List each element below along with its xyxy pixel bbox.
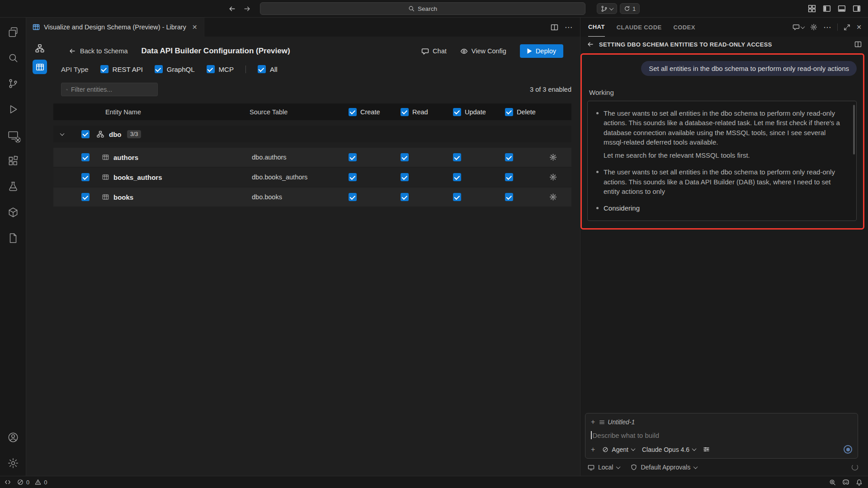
toggle-primary-sidebar-icon[interactable] bbox=[823, 5, 831, 13]
more-actions-icon[interactable]: ⋯ bbox=[823, 23, 831, 32]
database-projects-icon[interactable] bbox=[0, 199, 26, 225]
checkbox-graphql[interactable] bbox=[155, 65, 163, 73]
checkbox-row-select[interactable] bbox=[81, 173, 90, 181]
more-actions-icon[interactable]: ⋯ bbox=[565, 23, 573, 32]
accounts-icon[interactable] bbox=[0, 424, 26, 450]
open-session-in-editor-icon[interactable] bbox=[854, 41, 862, 48]
settings-gear-icon[interactable] bbox=[0, 450, 26, 476]
notifications-bell-icon[interactable] bbox=[856, 479, 863, 486]
deploy-button[interactable]: Deploy bbox=[520, 44, 563, 58]
thinking-item: The user wants to set all entities in th… bbox=[595, 167, 846, 196]
checkbox-delete[interactable] bbox=[505, 153, 513, 161]
tab-chat[interactable]: CHAT bbox=[588, 18, 605, 37]
filter-row: 3 of 3 enabled bbox=[53, 83, 571, 96]
model-selector[interactable]: Claude Opus 4.6 bbox=[642, 446, 696, 453]
option-mcp[interactable]: MCP bbox=[207, 65, 234, 73]
checkbox-row-select[interactable] bbox=[81, 193, 90, 201]
table-row: books_authors dbo.books_authors bbox=[53, 168, 571, 187]
remote-explorer-icon[interactable] bbox=[0, 122, 26, 148]
checkbox-dbo-group[interactable] bbox=[81, 130, 90, 138]
checkbox-delete[interactable] bbox=[505, 193, 513, 201]
maximize-panel-icon[interactable] bbox=[844, 24, 850, 31]
close-panel-icon[interactable]: ✕ bbox=[856, 23, 862, 31]
collapse-chevron-icon[interactable] bbox=[61, 132, 64, 136]
search-view-icon[interactable] bbox=[0, 45, 26, 70]
checkbox-create[interactable] bbox=[349, 193, 357, 201]
option-all[interactable]: All bbox=[258, 65, 278, 73]
tab-claude-code[interactable]: CLAUDE CODE bbox=[617, 18, 662, 37]
checkbox-all[interactable] bbox=[258, 65, 266, 73]
notebook-icon[interactable] bbox=[0, 225, 26, 251]
add-context-icon[interactable]: + bbox=[591, 418, 595, 426]
run-debug-icon[interactable] bbox=[0, 96, 26, 122]
environment-selector[interactable]: Local bbox=[588, 464, 620, 471]
tune-settings-icon[interactable] bbox=[703, 446, 710, 453]
source-table: dbo.books bbox=[252, 193, 282, 201]
thinking-item: Considering bbox=[595, 203, 846, 213]
zoom-in-icon[interactable] bbox=[829, 479, 836, 486]
view-config-button[interactable]: View Config bbox=[460, 47, 506, 55]
option-rest-api[interactable]: REST API bbox=[100, 65, 143, 73]
testing-icon[interactable] bbox=[0, 174, 26, 199]
checkbox-mcp[interactable] bbox=[207, 65, 215, 73]
checkbox-read[interactable] bbox=[401, 173, 409, 181]
history-back-icon[interactable] bbox=[228, 5, 236, 13]
session-back-icon[interactable] bbox=[587, 41, 594, 48]
checkbox-read[interactable] bbox=[401, 153, 409, 161]
customize-layout-icon[interactable] bbox=[808, 5, 816, 13]
sync-status-button[interactable]: 1 bbox=[620, 3, 640, 14]
page-actions: Chat View Config Deploy bbox=[421, 44, 563, 58]
extensions-icon[interactable] bbox=[0, 148, 26, 174]
tab-title: Visualize and Design Schema (Preview) - … bbox=[44, 23, 186, 31]
chat-button[interactable]: Chat bbox=[421, 47, 447, 55]
checkbox-read-all[interactable] bbox=[401, 108, 409, 116]
checkbox-create-all[interactable] bbox=[349, 108, 357, 116]
checkbox-row-select[interactable] bbox=[81, 153, 90, 161]
approvals-selector[interactable]: Default Approvals bbox=[631, 464, 697, 471]
option-graphql[interactable]: GraphQL bbox=[155, 65, 195, 73]
source-control-action-button[interactable] bbox=[597, 3, 617, 14]
toggle-panel-icon[interactable] bbox=[838, 5, 846, 13]
problems-indicator[interactable]: 0 0 bbox=[17, 479, 47, 486]
tab-close-icon[interactable]: ✕ bbox=[192, 23, 198, 31]
checkbox-update[interactable] bbox=[453, 153, 461, 161]
tab-visualize-design-schema[interactable]: Visualize and Design Schema (Preview) - … bbox=[26, 18, 204, 37]
send-stop-button[interactable] bbox=[844, 445, 852, 454]
row-settings-icon[interactable] bbox=[549, 154, 557, 161]
source-control-icon[interactable] bbox=[0, 70, 26, 96]
explorer-icon[interactable] bbox=[0, 19, 26, 45]
chat-history-icon[interactable] bbox=[793, 23, 804, 31]
checkbox-delete[interactable] bbox=[505, 173, 513, 181]
checkbox-update[interactable] bbox=[453, 173, 461, 181]
agent-mode-icon bbox=[602, 446, 609, 453]
command-center-search[interactable]: Search bbox=[260, 2, 585, 15]
back-to-schema-button[interactable]: Back to Schema bbox=[69, 47, 128, 55]
checkbox-read[interactable] bbox=[401, 193, 409, 201]
attach-icon[interactable]: + bbox=[591, 446, 595, 454]
checkbox-update[interactable] bbox=[453, 193, 461, 201]
row-settings-icon[interactable] bbox=[549, 174, 557, 181]
split-editor-icon[interactable] bbox=[551, 23, 558, 31]
chat-text-input[interactable]: Describe what to build bbox=[591, 431, 852, 439]
filter-entities-input[interactable] bbox=[61, 83, 158, 96]
checkbox-update-all[interactable] bbox=[453, 108, 461, 116]
row-settings-icon[interactable] bbox=[549, 193, 557, 201]
remote-indicator[interactable] bbox=[5, 479, 11, 485]
scrollbar-thumb[interactable] bbox=[853, 105, 855, 155]
context-chip[interactable]: Untitled-1 bbox=[599, 418, 635, 426]
visualize-schema-icon[interactable] bbox=[33, 41, 47, 56]
col-read: Read bbox=[401, 108, 428, 116]
chat-settings-icon[interactable] bbox=[810, 23, 817, 31]
filter-entities-field[interactable] bbox=[71, 86, 153, 93]
api-config-icon[interactable] bbox=[33, 60, 47, 74]
toggle-secondary-sidebar-icon[interactable] bbox=[853, 5, 861, 13]
copilot-icon[interactable] bbox=[842, 479, 849, 486]
checkbox-delete-all[interactable] bbox=[505, 108, 513, 116]
mode-selector[interactable]: Agent bbox=[602, 446, 635, 453]
tab-codex[interactable]: CODEX bbox=[674, 18, 695, 37]
checkbox-create[interactable] bbox=[349, 173, 357, 181]
checkbox-create[interactable] bbox=[349, 153, 357, 161]
history-forward-icon[interactable] bbox=[243, 5, 251, 13]
session-loading-icon bbox=[852, 464, 858, 470]
checkbox-rest-api[interactable] bbox=[100, 65, 108, 73]
